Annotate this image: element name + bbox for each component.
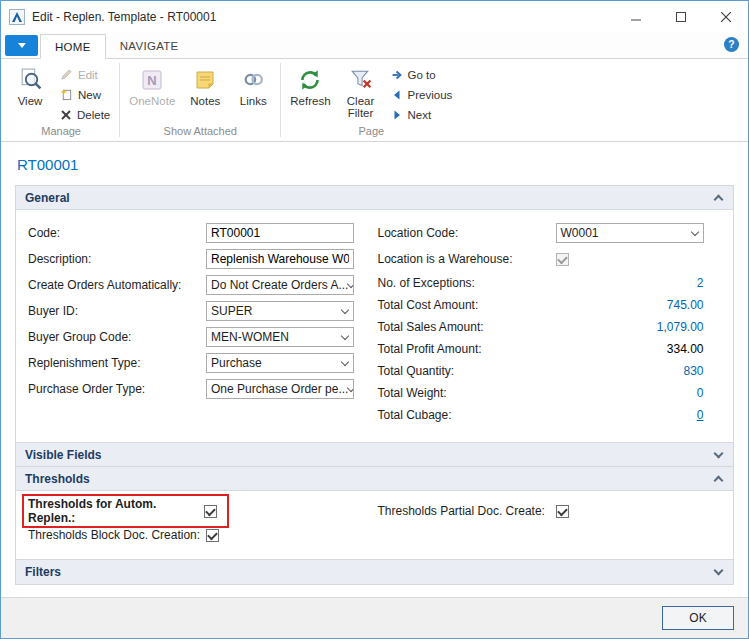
fasttab-body-general: Code: Description: Create Orders Automat… [16,210,733,443]
title-bar: Edit - Replen. Template - RT00001 [1,1,748,33]
links-icon [241,66,266,93]
field-label: Create Orders Automatically: [28,278,206,292]
field-total-cost: Total Cost Amount: 745.00 [378,294,728,316]
ribbon-group-show-attached: N OneNote Notes [120,61,280,141]
group-label-manage: Manage [3,124,119,141]
general-right-column: Location Code: W0001 Location is a Wareh… [378,220,728,426]
close-icon [721,12,731,22]
chevron-down-icon [341,331,349,339]
tab-home[interactable]: HOME [40,34,106,59]
ok-button[interactable]: OK [662,606,734,630]
field-label: Total Cubage: [378,408,556,422]
maximize-button[interactable] [658,1,703,33]
notes-button[interactable]: Notes [182,63,228,108]
chevron-down-icon [714,448,724,458]
no-exceptions-value[interactable]: 2 [556,276,704,290]
minimize-button[interactable] [613,1,658,33]
total-weight-value[interactable]: 0 [556,386,704,400]
replenishment-type-dropdown[interactable]: Purchase [206,353,354,373]
description-input[interactable] [206,249,354,269]
total-profit-value: 334.00 [556,342,704,356]
new-button[interactable]: New [55,85,115,104]
purchase-order-type-dropdown[interactable]: One Purchase Order pe... [206,379,354,399]
notes-icon [193,66,217,93]
thresholds-block-doc-checkbox[interactable] [206,529,219,542]
ribbon-group-manage: View Edit New Delete [3,61,119,141]
app-icon [9,9,25,25]
close-button[interactable] [703,1,748,33]
view-label: View [18,95,43,107]
chevron-up-icon [714,195,724,205]
buyer-id-dropdown[interactable]: SUPER [206,301,354,321]
total-cost-value[interactable]: 745.00 [556,298,704,312]
ribbon-tab-row: HOME NAVIGATE ? [1,33,748,59]
field-label: Code: [28,226,206,240]
field-code: Code: [28,220,378,246]
refresh-icon [297,66,323,93]
edit-icon [60,68,73,81]
help-icon: ? [723,36,740,53]
goto-button[interactable]: Go to [386,65,458,84]
code-input[interactable] [206,223,354,243]
fasttab-header-visible-fields[interactable]: Visible Fields [16,443,733,467]
chevron-down-icon [341,357,349,365]
clear-filter-icon [348,66,373,93]
delete-button[interactable]: Delete [55,105,115,124]
view-button[interactable]: View [7,63,53,108]
field-label: Total Cost Amount: [378,298,556,312]
next-button[interactable]: Next [386,105,458,124]
field-create-orders: Create Orders Automatically: Do Not Crea… [28,272,378,298]
maximize-icon [676,12,686,22]
window-title: Edit - Replen. Template - RT00001 [32,10,613,24]
field-label: Buyer ID: [28,304,206,318]
field-label: Thresholds Block Doc. Creation: [28,528,206,542]
thresholds-left-column: Thresholds for Autom. Replen.: Threshold… [28,499,378,547]
edit-button[interactable]: Edit [55,65,115,84]
application-menu-button[interactable] [5,35,38,56]
onenote-icon: N [140,66,164,93]
field-label: No. of Exceptions: [378,276,556,290]
fasttab-header-filters[interactable]: Filters [16,560,733,584]
fasttab-title: General [25,191,70,205]
notes-label: Notes [190,95,220,107]
field-label: Thresholds for Autom. Replen.: [28,497,204,525]
delete-icon [60,109,72,121]
group-label-show-attached: Show Attached [120,124,280,141]
total-cubage-value[interactable]: 0 [556,408,704,422]
ribbon-group-page: Refresh Clear Filter Go t [281,61,461,141]
field-label: Total Weight: [378,386,556,400]
fasttab-header-general[interactable]: General [16,186,733,210]
thresholds-partial-doc-checkbox[interactable] [556,505,569,518]
bottom-bar: OK [1,597,748,638]
onenote-button[interactable]: N OneNote [124,63,180,108]
thresholds-right-column: Thresholds Partial Doc. Create: [378,499,728,547]
clear-filter-button[interactable]: Clear Filter [338,63,384,120]
tab-navigate[interactable]: NAVIGATE [106,33,193,58]
fasttab-header-thresholds[interactable]: Thresholds [16,467,733,491]
field-thresholds-partial-doc: Thresholds Partial Doc. Create: [378,499,728,523]
new-icon [60,88,73,101]
field-location-warehouse: Location is a Warehouse: [378,246,728,272]
clear-filter-label: Clear Filter [343,95,379,119]
help-button[interactable]: ? [723,36,740,56]
create-orders-dropdown[interactable]: Do Not Create Orders A... [206,275,354,295]
chevron-up-icon [714,476,724,486]
field-label: Description: [28,252,206,266]
refresh-button[interactable]: Refresh [285,63,335,108]
page-content: RT00001 General Code: Description: [1,142,748,638]
goto-icon [391,69,403,81]
chevron-down-icon [341,305,349,313]
location-warehouse-checkbox [556,253,569,266]
app-window: Edit - Replen. Template - RT00001 HOME N… [0,0,749,639]
field-label: Buyer Group Code: [28,330,206,344]
field-label: Thresholds Partial Doc. Create: [378,504,556,518]
total-sales-value[interactable]: 1,079.00 [556,320,704,334]
location-code-dropdown[interactable]: W0001 [556,223,704,243]
buyer-group-dropdown[interactable]: MEN-WOMEN [206,327,354,347]
group-label-page: Page [281,124,461,141]
total-quantity-value[interactable]: 830 [556,364,704,378]
previous-button[interactable]: Previous [386,85,458,104]
links-button[interactable]: Links [230,63,276,108]
thresholds-autom-replen-checkbox[interactable] [204,505,217,518]
view-icon [18,66,43,93]
